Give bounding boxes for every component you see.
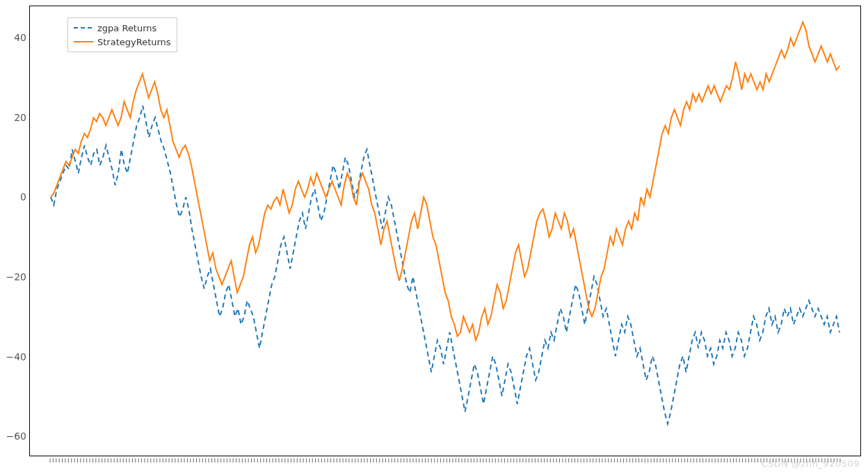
y-tick-label: −60 [6, 431, 26, 442]
plot-area [30, 6, 860, 456]
zgpa-returns-swatch [74, 23, 93, 33]
axes: zgpa ReturnsStrategyReturns [29, 6, 861, 456]
y-tick-label: −20 [6, 271, 26, 282]
y-tick-label: 20 [14, 112, 26, 123]
legend-label: StrategyReturns [97, 37, 171, 47]
legend-label: zgpa Returns [97, 23, 156, 33]
zgpa-returns-line [51, 106, 839, 424]
legend-item-strategy-returns: StrategyReturns [74, 35, 171, 49]
figure: 40200−20−40−60 zgpa ReturnsStrategyRetur… [0, 0, 868, 473]
y-tick-label: 0 [20, 191, 26, 202]
strategyreturns-line [51, 22, 839, 340]
y-tick-label: −40 [6, 351, 26, 362]
legend: zgpa ReturnsStrategyReturns [67, 17, 177, 52]
y-tick-label: 40 [14, 32, 26, 43]
x-tick-band [29, 456, 861, 462]
legend-item-zgpa-returns: zgpa Returns [74, 21, 171, 35]
strategy-returns-swatch [74, 37, 93, 47]
